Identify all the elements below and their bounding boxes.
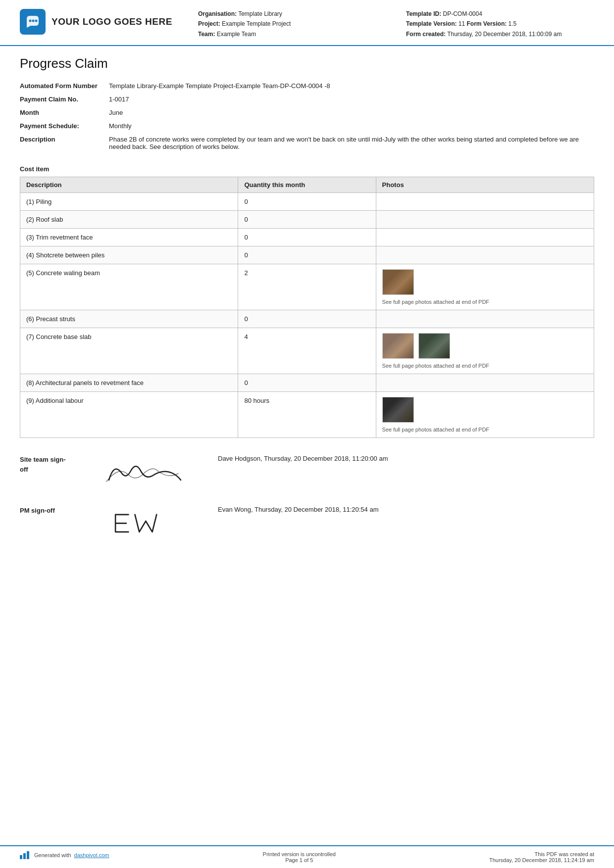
org-label: Organisation: (198, 10, 237, 17)
header-meta: Organisation: Template Library Project: … (198, 9, 594, 39)
row-quantity: 0 (238, 310, 376, 328)
project-value: Example Template Project (222, 20, 291, 27)
row-quantity: 4 (238, 328, 376, 374)
col-description: Description (20, 177, 238, 193)
logo-text: YOUR LOGO GOES HERE (51, 16, 172, 27)
row-photos (376, 246, 594, 264)
row-photos (376, 211, 594, 229)
row-quantity: 0 (238, 246, 376, 264)
pm-signoff-label: PM sign-off (20, 504, 99, 516)
form-field-value: Phase 2B of concrete works were complete… (109, 133, 594, 153)
table-row: (8) Architectural panels to revetment fa… (20, 374, 594, 392)
row-quantity: 0 (238, 211, 376, 229)
form-field-label: Automated Form Number (20, 79, 109, 93)
form-field-label: Month (20, 106, 109, 119)
form-created-value: Thursday, 20 December 2018, 11:00:09 am (447, 31, 562, 38)
row-description: (6) Precast struts (20, 310, 238, 328)
pm-signoff-signature (99, 504, 198, 540)
table-row: (2) Roof slab 0 (20, 211, 594, 229)
photo-thumb (382, 333, 414, 359)
photo-caption: See full page photos attached at end of … (382, 427, 588, 433)
template-ver-label: Template Version: (406, 20, 457, 27)
signoff-section: Site team sign-off Dave Hodgson, Thursda… (20, 453, 594, 540)
photo-thumb (418, 333, 450, 359)
form-ver-value: 1.5 (509, 20, 517, 27)
photo-caption: See full page photos attached at end of … (382, 299, 588, 305)
footer: Generated with dashpivot.com Printed ver… (0, 845, 614, 868)
footer-center: Printed version is uncontrolledPage 1 of… (263, 851, 336, 863)
template-id-label: Template ID: (406, 10, 441, 17)
row-description: (7) Concrete base slab (20, 328, 238, 374)
row-photos (376, 229, 594, 246)
template-id-value: DP-COM-0004 (443, 10, 482, 17)
row-quantity: 0 (238, 229, 376, 246)
row-description: (9) Additional labour (20, 392, 238, 438)
svg-point-2 (32, 20, 35, 22)
row-description: (1) Piling (20, 193, 238, 211)
row-description: (5) Concrete waling beam (20, 264, 238, 310)
form-field-label: Payment Schedule: (20, 119, 109, 133)
page-title: Progress Claim (20, 56, 594, 71)
pm-signoff-row: PM sign-off Evan Wong, Thursday, 20 Dece… (20, 504, 594, 540)
table-row: (5) Concrete waling beam 2 See full page… (20, 264, 594, 310)
form-field-row: Automated Form Number Template Library-E… (20, 79, 594, 93)
cost-table: Description Quantity this month Photos (… (20, 177, 594, 438)
form-field-row: Payment Schedule: Monthly (20, 119, 594, 133)
row-quantity: 0 (238, 193, 376, 211)
row-quantity: 0 (238, 374, 376, 392)
site-signoff-info: Dave Hodgson, Thursday, 20 December 2018… (218, 453, 388, 462)
form-field-row: Month June (20, 106, 594, 119)
footer-generated-text: Generated with (34, 852, 71, 858)
svg-point-3 (35, 20, 38, 22)
col-photos: Photos (376, 177, 594, 193)
pm-signoff-info: Evan Wong, Thursday, 20 December 2018, 1… (218, 504, 378, 513)
site-team-signoff-row: Site team sign-off Dave Hodgson, Thursda… (20, 453, 594, 489)
photo-thumb (382, 269, 414, 295)
form-field-value: 1-0017 (109, 93, 594, 106)
footer-link[interactable]: dashpivot.com (74, 852, 109, 858)
form-field-row: Payment Claim No. 1-0017 (20, 93, 594, 106)
footer-right: This PDF was created atThursday, 20 Dece… (489, 851, 594, 863)
svg-point-1 (29, 20, 32, 22)
col-quantity: Quantity this month (238, 177, 376, 193)
footer-left: Generated with dashpivot.com (20, 851, 109, 859)
table-row: (6) Precast struts 0 (20, 310, 594, 328)
row-photos (376, 193, 594, 211)
template-ver-value: 11 (459, 20, 465, 27)
cost-item-title: Cost item (20, 165, 594, 173)
form-fields-table: Automated Form Number Template Library-E… (20, 79, 594, 153)
form-field-value: Template Library-Example Template Projec… (109, 79, 594, 93)
dashpivot-icon (20, 851, 29, 859)
row-quantity: 2 (238, 264, 376, 310)
photo-thumb (382, 397, 414, 423)
logo-icon (20, 9, 46, 35)
photo-caption: See full page photos attached at end of … (382, 363, 588, 369)
site-signoff-signature (99, 453, 198, 489)
row-description: (3) Trim revetment face (20, 229, 238, 246)
header-meta-left: Organisation: Template Library Project: … (198, 9, 386, 39)
table-row: (9) Additional labour 80 hours See full … (20, 392, 594, 438)
table-row: (4) Shotcrete between piles 0 (20, 246, 594, 264)
form-field-row: Description Phase 2B of concrete works w… (20, 133, 594, 153)
form-field-value: Monthly (109, 119, 594, 133)
row-photos (376, 374, 594, 392)
row-photos: See full page photos attached at end of … (376, 264, 594, 310)
row-description: (2) Roof slab (20, 211, 238, 229)
form-field-value: June (109, 106, 594, 119)
table-row: (1) Piling 0 (20, 193, 594, 211)
form-created-label: Form created: (406, 31, 446, 38)
main-content: Progress Claim Automated Form Number Tem… (0, 46, 614, 594)
row-photos: See full page photos attached at end of … (376, 328, 594, 374)
table-row: (7) Concrete base slab 4 See full page p… (20, 328, 594, 374)
team-label: Team: (198, 31, 215, 38)
row-description: (8) Architectural panels to revetment fa… (20, 374, 238, 392)
form-field-label: Payment Claim No. (20, 93, 109, 106)
form-field-label: Description (20, 133, 109, 153)
org-value: Template Library (238, 10, 282, 17)
logo-area: YOUR LOGO GOES HERE (20, 9, 178, 35)
row-photos: See full page photos attached at end of … (376, 392, 594, 438)
row-description: (4) Shotcrete between piles (20, 246, 238, 264)
team-value: Example Team (217, 31, 256, 38)
site-signoff-label: Site team sign-off (20, 453, 99, 474)
header-meta-right: Template ID: DP-COM-0004 Template Versio… (406, 9, 594, 39)
